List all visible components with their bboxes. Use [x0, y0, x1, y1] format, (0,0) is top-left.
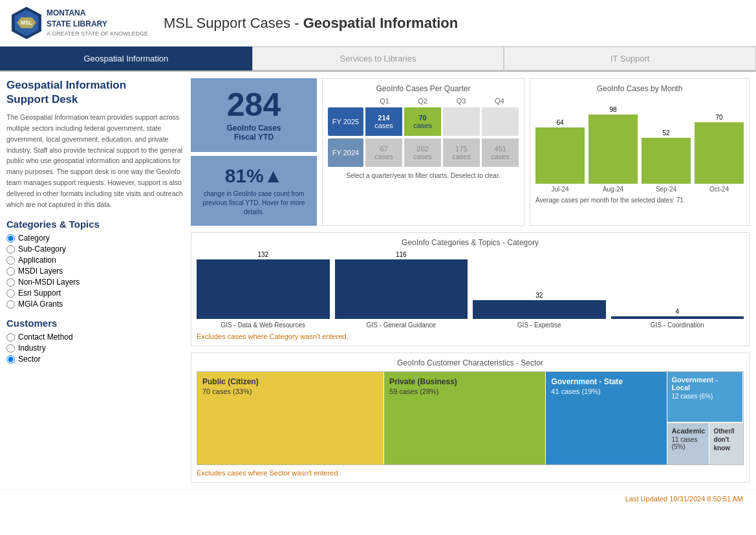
fy2024-q2[interactable]: 202cases: [404, 138, 441, 167]
sector-cell-private: Private (Business) 59 cases (28%): [384, 372, 546, 464]
radio-application[interactable]: Application: [6, 256, 184, 265]
categories-excludes: Excludes cases where Category wasn't ent…: [197, 333, 744, 340]
cat-val-data-web: 132: [257, 251, 268, 258]
cat-lbl-coordination: GIS - Coordination: [651, 322, 704, 329]
radio-category[interactable]: Category: [6, 234, 184, 243]
radio-sector[interactable]: Sector: [6, 355, 184, 364]
categories-section: GeoInfo Categories & Topics - Category 1…: [191, 232, 750, 346]
sector-academic-name: Academic: [671, 427, 705, 435]
sector-section: GeoInfo Customer Characteristics - Secto…: [191, 353, 750, 483]
q1-label: Q1: [365, 97, 404, 105]
header: MSL MONTANASTATE LIBRARY A GREATER STATE…: [0, 0, 756, 47]
categories-title: GeoInfo Categories & Topics - Category: [197, 238, 744, 247]
logo-icon: MSL: [10, 5, 43, 41]
bar-oct24: 70 Oct-24: [695, 106, 744, 193]
cat-lbl-general: GIS - General Guidance: [367, 322, 436, 329]
right-content: 284 GeoInfo CasesFiscal YTD 81%▲ change …: [191, 78, 750, 483]
customers-title: Customers: [6, 318, 184, 329]
fy2024-label: FY 2024: [328, 138, 363, 167]
sector-cell-public: Public (Citizen) 70 cases (33%): [197, 372, 384, 464]
footer: Last Updated 10/31/2024 8:50:51 AM: [0, 489, 756, 508]
bar-lbl-jul24: Jul-24: [551, 186, 568, 193]
cat-bar-data-web: 132 GIS - Data & Web Resources: [197, 251, 330, 329]
radio-subcategory[interactable]: Sub-Category: [6, 245, 184, 254]
monthly-bars: 64 Jul-24 98 Aug-24 52 Sep-24: [535, 96, 744, 193]
page-title-bold: Geospatial Information: [303, 15, 459, 31]
fy2024-q1[interactable]: 67cases: [365, 138, 402, 167]
bar-lbl-sep24: Sep-24: [656, 186, 676, 193]
bar-val-aug24: 98: [609, 106, 616, 113]
fy2025-q4[interactable]: [482, 107, 519, 136]
svg-text:MSL: MSL: [21, 19, 32, 26]
sector-cell-gov-state: Government - State 41 cases (19%): [546, 372, 667, 464]
cases-label: GeoInfo CasesFiscal YTD: [197, 124, 310, 142]
cat-lbl-expertise: GIS - Expertise: [517, 322, 561, 329]
bar-val-sep24: 52: [662, 129, 669, 136]
cat-bar-expertise: 32 GIS - Expertise: [473, 251, 606, 329]
tab-it-support[interactable]: IT Support: [504, 47, 756, 71]
fy2025-q3[interactable]: [443, 107, 480, 136]
bar-val-oct24: 70: [715, 114, 722, 121]
top-row: 284 GeoInfo CasesFiscal YTD 81%▲ change …: [191, 78, 750, 226]
radio-contact-method[interactable]: Contact Method: [6, 333, 184, 342]
sector-academic-count: 11 cases (5%): [671, 436, 705, 450]
logo: MSL MONTANASTATE LIBRARY A GREATER STATE…: [10, 5, 148, 41]
cases-box: 284 GeoInfo CasesFiscal YTD: [191, 78, 317, 152]
monthly-chart: GeoInfo Cases by Month 64 Jul-24 98 Aug-…: [530, 78, 750, 226]
quarterly-title: GeoInfo Cases Per Quarter: [328, 84, 519, 93]
sector-cell-gov-local: Government -Local 12 cases (6%): [667, 372, 743, 422]
cat-lbl-data-web: GIS - Data & Web Resources: [221, 322, 305, 329]
sidebar: Geospatial InformationSupport Desk The G…: [6, 78, 184, 483]
sector-cell-other: Other/Idon'tknow: [709, 422, 743, 464]
tabs-bar: Geospatial Information Services to Libra…: [0, 47, 756, 72]
fy2024-q4[interactable]: 451cases: [482, 138, 519, 167]
bar-aug24: 98 Aug-24: [589, 106, 638, 193]
monthly-avg-note: Average cases per month for the selected…: [535, 197, 744, 204]
sector-title: GeoInfo Customer Characteristics - Secto…: [197, 358, 744, 367]
tab-services[interactable]: Services to Libraries: [252, 47, 504, 71]
pct-number: 81%▲: [197, 165, 310, 187]
q2-label: Q2: [404, 97, 442, 105]
sector-grid: Public (Citizen) 70 cases (33%) Private …: [197, 371, 744, 465]
radio-non-msdi[interactable]: Non-MSDI Layers: [6, 278, 184, 287]
bar-lbl-oct24: Oct-24: [709, 186, 729, 193]
sector-right-col: Government -Local 12 cases (6%) Academic…: [667, 372, 743, 464]
bar-sep24: 52 Sep-24: [642, 106, 691, 193]
sector-private-name: Private (Business): [389, 377, 540, 386]
cat-val-coordination: 4: [675, 308, 679, 315]
radio-esri[interactable]: Esri Support: [6, 289, 184, 298]
page-title: MSL Support Cases - Geospatial Informati…: [164, 15, 458, 32]
sector-excludes: Excludes cases where Sector wasn't enter…: [197, 469, 744, 477]
main-content: Geospatial InformationSupport Desk The G…: [0, 72, 756, 489]
cat-val-expertise: 32: [535, 292, 543, 299]
tab-geospatial[interactable]: Geospatial Information: [0, 47, 252, 71]
sector-public-count: 70 cases (33%): [202, 388, 378, 395]
fy2025-row: FY 2025 214cases 70cases: [328, 107, 519, 136]
radio-industry[interactable]: Industry: [6, 344, 184, 353]
radio-mgia[interactable]: MGIA Grants: [6, 300, 184, 309]
quarterly-chart: GeoInfo Cases Per Quarter Q1 Q2 Q3 Q4 FY…: [322, 78, 524, 226]
cat-val-general: 116: [396, 251, 407, 258]
fy2025-label: FY 2025: [328, 107, 363, 136]
cat-bar-general: 116 GIS - General Guidance: [335, 251, 468, 329]
radio-msdi-layers[interactable]: MSDI Layers: [6, 267, 184, 276]
cat-bars-container: 132 GIS - Data & Web Resources 116 GIS -…: [197, 251, 744, 329]
bar-lbl-aug24: Aug-24: [603, 186, 623, 193]
fy2025-q1[interactable]: 214cases: [365, 107, 402, 136]
cat-bar-coordination: 4 GIS - Coordination: [611, 251, 744, 329]
sector-cell-academic: Academic 11 cases (5%): [667, 422, 709, 464]
footer-text: Last Updated 10/31/2024 8:50:51 AM: [625, 495, 743, 503]
monthly-title: GeoInfo Cases by Month: [535, 84, 744, 93]
sidebar-description: The Geospatial Information team provides…: [6, 112, 184, 210]
fy2025-q2[interactable]: 70cases: [404, 107, 441, 136]
bar-val-jul24: 64: [556, 119, 563, 126]
logo-sub: A GREATER STATE OF KNOWLEDGE: [47, 30, 148, 38]
sector-private-count: 59 cases (28%): [389, 388, 540, 395]
q3-label: Q3: [442, 97, 481, 105]
fy2024-q3[interactable]: 175cases: [443, 138, 480, 167]
big-numbers-col: 284 GeoInfo CasesFiscal YTD 81%▲ change …: [191, 78, 317, 226]
logo-text: MONTANASTATE LIBRARY A GREATER STATE OF …: [47, 8, 148, 38]
categories-title: Categories & Topics: [6, 219, 184, 230]
sector-gov-local-count: 12 cases (6%): [671, 393, 739, 400]
q4-label: Q4: [481, 97, 519, 105]
